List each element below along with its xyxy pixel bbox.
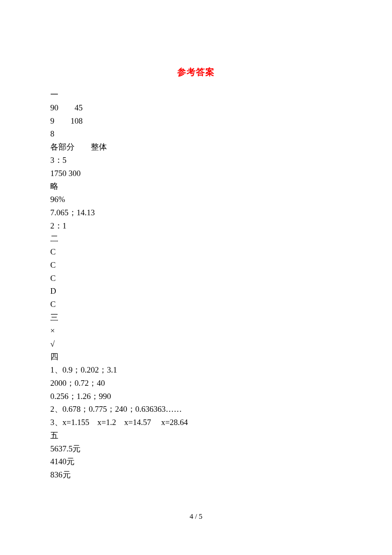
section-two-header: 二 (50, 232, 342, 246)
section-three-header: 三 (50, 311, 342, 324)
answer-line: 4140元 (50, 455, 342, 468)
answer-line: 2、0.678；0.775；240；0.636363…… (50, 403, 342, 416)
answer-line: 5637.5元 (50, 442, 342, 456)
answer-line: 0.256；1.26；990 (50, 390, 342, 403)
answer-line: C (50, 259, 342, 272)
answer-line: C (50, 298, 342, 311)
answer-content: 一 90 45 9 108 8 各部分 整体 3：5 1750 300 略 96… (50, 88, 342, 482)
answer-line: 836元 (50, 468, 342, 482)
page-number: 4 / 5 (0, 512, 392, 521)
answer-line: 略 (50, 180, 342, 193)
answer-line: 1、0.9；0.202；3.1 (50, 364, 342, 377)
answer-line: 8 (50, 127, 342, 141)
page-container: 参考答案 一 90 45 9 108 8 各部分 整体 3：5 1750 300… (0, 0, 392, 482)
answer-line: 9 108 (50, 115, 342, 128)
answer-line: 各部分 整体 (50, 141, 342, 154)
answer-line: 90 45 (50, 101, 342, 115)
section-one-header: 一 (50, 88, 342, 101)
answer-line: 2000；0.72；40 (50, 377, 342, 390)
answer-line: C (50, 246, 342, 259)
answer-line: 7.065；14.13 (50, 206, 342, 220)
section-five-header: 五 (50, 429, 342, 442)
answer-line: 1750 300 (50, 167, 342, 180)
answer-line: 2：1 (50, 220, 342, 233)
answer-line: 96% (50, 193, 342, 206)
answer-key-title: 参考答案 (50, 66, 342, 78)
answer-line: 3：5 (50, 154, 342, 167)
section-four-header: 四 (50, 350, 342, 364)
answer-line: √ (50, 338, 342, 351)
answer-line: × (50, 324, 342, 338)
answer-line: C (50, 272, 342, 285)
answer-line: 3、x=1.155 x=1.2 x=14.57 x=28.64 (50, 416, 342, 429)
answer-line: D (50, 285, 342, 298)
